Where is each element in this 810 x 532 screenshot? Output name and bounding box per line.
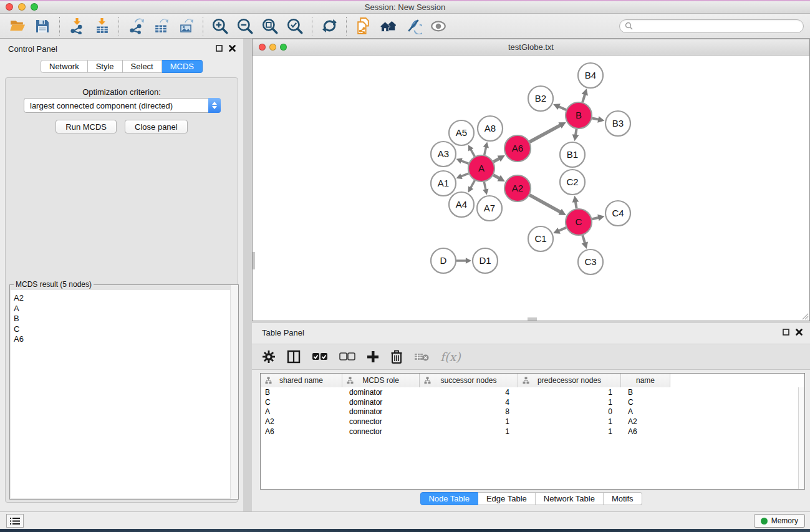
- graph-edge-B-B4[interactable]: [582, 94, 585, 102]
- memory-button[interactable]: Memory: [754, 514, 805, 528]
- table-cell[interactable]: C: [261, 398, 342, 407]
- graph-edge-B-B1[interactable]: [576, 129, 577, 135]
- export-image-button[interactable]: [173, 15, 198, 37]
- table-cell[interactable]: A2: [621, 417, 670, 426]
- tab-network-table[interactable]: Network Table: [536, 492, 604, 505]
- select-all-checkboxes-button[interactable]: [312, 347, 328, 366]
- close-window-icon[interactable]: [6, 3, 13, 11]
- show-columns-button[interactable]: [287, 347, 301, 366]
- open-file-button[interactable]: [5, 15, 30, 37]
- table-row[interactable]: Bdominator41B: [261, 387, 804, 397]
- result-item[interactable]: A: [11, 304, 238, 314]
- graph-edge-C-C3[interactable]: [582, 235, 585, 243]
- tab-motifs[interactable]: Motifs: [604, 492, 642, 505]
- close-panel-icon[interactable]: [796, 329, 803, 336]
- close-panel-icon[interactable]: [229, 45, 236, 52]
- close-view-icon[interactable]: [259, 44, 266, 51]
- run-mcds-button[interactable]: Run MCDS: [55, 120, 117, 133]
- table-cell[interactable]: 4: [420, 398, 518, 407]
- export-table-button[interactable]: [148, 15, 173, 37]
- graph-edge-A-A4[interactable]: [471, 180, 475, 188]
- float-panel-icon[interactable]: [216, 45, 223, 52]
- table-cell[interactable]: A2: [261, 417, 342, 426]
- network-canvas[interactable]: B4B2BB3A8A5A6A3B1AC2A1A2A4A7C4CC1DD1C3: [253, 56, 809, 321]
- table-cell[interactable]: dominator: [342, 407, 420, 416]
- tab-edge-table[interactable]: Edge Table: [478, 492, 536, 505]
- criterion-dropdown[interactable]: largest connected component (directed): [24, 98, 221, 113]
- table-cell[interactable]: 0: [518, 407, 621, 416]
- add-column-button[interactable]: [367, 347, 379, 366]
- hide-labels-button[interactable]: [401, 15, 426, 37]
- table-row[interactable]: A6connector11A6: [261, 427, 804, 437]
- graph-edge-C-C4[interactable]: [592, 218, 599, 219]
- maximize-view-icon[interactable]: [280, 44, 287, 51]
- delete-columns-button[interactable]: [390, 347, 403, 366]
- deselect-all-checkboxes-button[interactable]: [339, 347, 355, 366]
- table-options-button[interactable]: [262, 347, 276, 366]
- tab-mcds[interactable]: MCDS: [162, 60, 203, 73]
- zoom-fit-button[interactable]: [258, 15, 282, 37]
- function-builder-button[interactable]: f(x): [440, 347, 461, 366]
- graph-edge-C-C2[interactable]: [576, 201, 577, 208]
- close-panel-button[interactable]: Close panel: [125, 120, 188, 133]
- result-item[interactable]: A6: [11, 334, 238, 345]
- tab-network[interactable]: Network: [41, 60, 88, 73]
- tab-style[interactable]: Style: [88, 60, 123, 73]
- show-graphics-details-button[interactable]: [426, 15, 451, 37]
- table-row[interactable]: Cdominator41C: [261, 397, 804, 407]
- table-cell[interactable]: dominator: [342, 388, 420, 397]
- table-cell[interactable]: 1: [518, 427, 621, 436]
- column-header-predecessor-nodes[interactable]: predecessor nodes: [518, 374, 621, 387]
- column-header-successor-nodes[interactable]: successor nodes: [420, 374, 518, 387]
- graph-edge-A-A3[interactable]: [461, 161, 468, 164]
- table-cell[interactable]: 1: [420, 427, 518, 436]
- table-cell[interactable]: 1: [420, 417, 518, 426]
- table-cell[interactable]: A: [261, 407, 342, 416]
- table-cell[interactable]: 8: [420, 407, 518, 416]
- graph-edge-B-B3[interactable]: [592, 118, 599, 119]
- result-item[interactable]: C: [11, 324, 238, 335]
- table-scrollbar[interactable]: [798, 387, 804, 489]
- graph-edge-A6-B[interactable]: [529, 125, 561, 142]
- minimize-window-icon[interactable]: [18, 3, 26, 11]
- zoom-in-button[interactable]: [208, 15, 233, 37]
- table-cell[interactable]: B: [621, 388, 670, 397]
- column-header-mcds-role[interactable]: MCDS role: [342, 374, 420, 387]
- network-graph[interactable]: B4B2BB3A8A5A6A3B1AC2A1A2A4A7C4CC1DD1C3: [253, 56, 809, 321]
- network-from-selection-button[interactable]: [351, 15, 376, 37]
- tab-node-table[interactable]: Node Table: [420, 492, 478, 505]
- graph-edge-A-A1[interactable]: [461, 173, 469, 177]
- tab-select[interactable]: Select: [123, 60, 162, 73]
- result-scrollbar[interactable]: [230, 285, 238, 499]
- import-table-button[interactable]: [89, 15, 114, 37]
- table-cell[interactable]: 1: [518, 417, 621, 426]
- graph-edge-A2-C[interactable]: [529, 195, 561, 212]
- graph-edge-A-A6[interactable]: [493, 158, 499, 162]
- refresh-button[interactable]: [317, 15, 342, 37]
- zoom-out-button[interactable]: [233, 15, 258, 37]
- save-session-button[interactable]: [30, 15, 55, 37]
- column-header-shared-name[interactable]: shared name: [261, 374, 342, 387]
- table-cell[interactable]: 1: [518, 398, 621, 407]
- table-cell[interactable]: dominator: [342, 398, 420, 407]
- table-cell[interactable]: A6: [261, 427, 342, 436]
- table-cell[interactable]: connector: [342, 417, 420, 426]
- delete-table-button[interactable]: [414, 347, 429, 366]
- graph-edge-C-C1[interactable]: [559, 228, 566, 231]
- graph-edge-B-B2[interactable]: [559, 107, 566, 110]
- graph-edge-A-A2[interactable]: [493, 175, 499, 178]
- graph-edge-A-A8[interactable]: [485, 147, 486, 155]
- minimize-view-icon[interactable]: [269, 44, 276, 51]
- export-network-button[interactable]: [123, 15, 148, 37]
- table-cell[interactable]: B: [261, 388, 342, 397]
- network-window-titlebar[interactable]: testGlobe.txt: [253, 39, 809, 56]
- resize-grip[interactable]: [800, 311, 809, 320]
- table-cell[interactable]: A: [621, 407, 670, 416]
- search-input[interactable]: [636, 21, 798, 31]
- table-cell[interactable]: 1: [518, 388, 621, 397]
- task-history-button[interactable]: [6, 514, 24, 528]
- table-cell[interactable]: C: [621, 398, 670, 407]
- result-item[interactable]: B: [11, 314, 238, 324]
- table-row[interactable]: Adominator80A: [261, 407, 804, 417]
- table-row[interactable]: A2connector11A2: [261, 417, 804, 427]
